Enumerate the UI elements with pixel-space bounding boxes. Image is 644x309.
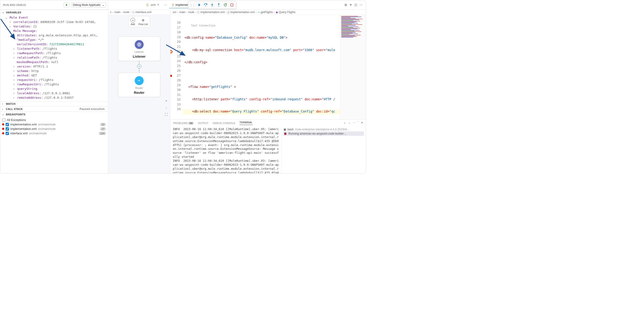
terminal-output[interactable]: INFO 2023-08-16 11:04:34,610 [[MuleRunti… bbox=[170, 126, 282, 173]
router-icon bbox=[135, 76, 144, 85]
debug-config-select[interactable]: Debug Mule Applicatic ⌄ bbox=[71, 2, 106, 7]
checkbox[interactable] bbox=[6, 123, 9, 126]
sidebar-header: RUN AND DEBUG Debug Mule Applicatic ⌄ bbox=[0, 0, 108, 9]
tree-node[interactable]: ›listenerPath: /flights bbox=[0, 46, 108, 51]
more-icon[interactable]: ⋯ bbox=[360, 3, 362, 6]
tree-node[interactable]: ›relativePath: /flights bbox=[0, 55, 108, 60]
minimap[interactable] bbox=[340, 15, 366, 119]
tree-node[interactable]: ›version: HTTP/1.1 bbox=[0, 64, 108, 69]
svg-point-1 bbox=[212, 6, 213, 6]
add-node-button[interactable]: + bbox=[137, 64, 141, 68]
editor-split: c› main› mule› ⟨⟩interface.xml +Add ⚙Flo… bbox=[108, 9, 366, 173]
split-icon[interactable]: ◫ bbox=[354, 3, 357, 6]
split-terminal-button[interactable]: ⌄ bbox=[348, 121, 350, 125]
editor-tab[interactable]: ⟨⟩.xml✕ bbox=[144, 2, 162, 8]
tree-node[interactable]: ›localAddress: /127.0.0.1:8081 bbox=[0, 91, 108, 95]
code-body[interactable]: 16 17 18 19 20 21 22 23 24 25 26 27 28 2… bbox=[170, 15, 366, 119]
sliders-icon: ⚙ bbox=[141, 18, 146, 22]
code-lines[interactable]: Test Connection <db:config name="Databas… bbox=[183, 15, 340, 119]
terminal-item[interactable]: ▣bash mule-enterprise-standalone-4.4.0-2… bbox=[284, 127, 364, 132]
flowlist-button[interactable]: ⚙Flow List bbox=[138, 18, 148, 25]
terminal-list: ▣bash mule-enterprise-standalone-4.4.0-2… bbox=[282, 126, 366, 173]
close-panel-button[interactable]: ✕ bbox=[361, 121, 363, 125]
globe-icon bbox=[135, 40, 144, 49]
code-editor: src› main› mule› ⟨⟩implementation.xml› {… bbox=[170, 9, 366, 173]
plus-icon: + bbox=[130, 18, 135, 22]
sidebar-title: RUN AND DEBUG bbox=[3, 3, 26, 6]
more-button[interactable]: ⋯ bbox=[353, 121, 355, 125]
codelens[interactable]: Test Connection bbox=[183, 24, 340, 28]
breakpoint-dot-icon bbox=[2, 132, 4, 134]
app-root: RUN AND DEBUG Debug Mule Applicatic ⌄ ⌄V… bbox=[0, 0, 366, 174]
checkbox[interactable] bbox=[2, 118, 6, 122]
terminal-item[interactable]: 🐞Running american-ws-anypoint-code-build… bbox=[284, 132, 364, 136]
flow-toolbar: +Add ⚙Flow List bbox=[128, 16, 150, 27]
start-debug-button[interactable] bbox=[64, 2, 70, 7]
gutter[interactable]: 16 17 18 19 20 21 22 23 24 25 26 27 28 2… bbox=[170, 15, 183, 119]
new-terminal-button[interactable]: ＋ bbox=[343, 121, 346, 125]
main-area: ⋮⋮ ⟨⟩.xml✕ ⋯ ⟨⟩implementation.xml✕ ⟨⟩int… bbox=[108, 0, 366, 173]
overflow-icon[interactable]: ⋯ bbox=[164, 3, 167, 6]
flow-breadcrumbs[interactable]: c› main› mule› ⟨⟩interface.xml bbox=[108, 9, 170, 15]
terminal-tab[interactable]: TERMINAL bbox=[240, 121, 253, 125]
tree-node[interactable]: ›rawRequestPath: /flights bbox=[0, 51, 108, 55]
output-tab[interactable]: OUTPUT bbox=[198, 122, 208, 124]
bottom-panel: PROBLEMS 14 OUTPUT DEBUG CONSOLE TERMINA… bbox=[170, 119, 366, 173]
problems-tab[interactable]: PROBLEMS 14 bbox=[173, 122, 194, 124]
breadcrumbs[interactable]: src› main› mule› ⟨⟩implementation.xml› {… bbox=[170, 9, 366, 15]
file-icon: ⟨⟩ bbox=[146, 3, 148, 6]
annotation-arrow-1 bbox=[0, 17, 26, 43]
file-icon: ⟨⟩ bbox=[172, 3, 174, 6]
debug-toolbar[interactable]: ⋮⋮ bbox=[188, 1, 236, 9]
shell-icon: ▣ bbox=[284, 128, 286, 131]
breakpoint-row[interactable]: implementation.xml src/main/mule27 bbox=[2, 127, 106, 131]
zoom-out-button[interactable]: － bbox=[165, 106, 168, 110]
checkbox[interactable] bbox=[6, 127, 9, 131]
watch-section[interactable]: ›WATCH bbox=[0, 101, 108, 106]
maximize-button[interactable]: ˆ bbox=[358, 121, 358, 125]
step-over-button[interactable] bbox=[203, 2, 208, 8]
svg-point-2 bbox=[218, 6, 219, 6]
step-out-button[interactable] bbox=[216, 2, 222, 8]
callstack-section[interactable]: ›CALL STACKPaused execution bbox=[0, 106, 108, 112]
tree-node[interactable]: ›queryString bbox=[0, 86, 108, 91]
tree-node[interactable]: maskedRequestPath: null bbox=[0, 60, 108, 64]
breakpoint-dot-icon bbox=[2, 128, 4, 130]
svg-rect-3 bbox=[231, 4, 233, 6]
tree-node[interactable]: ›scheme: http bbox=[0, 69, 108, 73]
chevron-down-icon: ⌄ bbox=[102, 3, 104, 6]
bug-icon: 🐞 bbox=[284, 132, 287, 135]
panel-tabs: PROBLEMS 14 OUTPUT DEBUG CONSOLE TERMINA… bbox=[170, 120, 366, 126]
editor-tabs: ⟨⟩.xml✕ ⋯ ⟨⟩implementation.xml✕ ⟨⟩interf… bbox=[108, 0, 366, 9]
breakpoint-row[interactable]: interface.xml src/main/mule124 bbox=[2, 131, 106, 135]
fullscreen-button[interactable]: ⛶ bbox=[165, 113, 168, 116]
flow-canvas[interactable]: c› main› mule› ⟨⟩interface.xml +Add ⚙Flo… bbox=[108, 9, 170, 173]
chevron-down-icon: ⌄ bbox=[2, 11, 5, 14]
zoom-in-button[interactable]: ＋ bbox=[165, 99, 168, 103]
restart-button[interactable] bbox=[222, 2, 228, 8]
annotation-arrow-2 bbox=[164, 42, 190, 59]
checkbox[interactable] bbox=[6, 132, 9, 135]
close-icon[interactable]: ✕ bbox=[157, 3, 159, 6]
tree-node[interactable]: ›requestUri: /flights bbox=[0, 78, 108, 82]
breakpoint-row[interactable]: implementation.xml src/main/mule22 bbox=[2, 122, 106, 127]
breakpoint-dot-icon bbox=[2, 123, 4, 125]
svg-point-0 bbox=[205, 6, 206, 6]
step-into-button[interactable] bbox=[209, 2, 215, 8]
tree-node[interactable]: ›remoteAddress: /127.0.0.1:51657 bbox=[0, 95, 108, 100]
continue-button[interactable] bbox=[196, 2, 202, 8]
flow-connector: + bbox=[139, 61, 140, 73]
debug-console-tab[interactable]: DEBUG CONSOLE bbox=[213, 122, 236, 124]
breakpoint-icon[interactable] bbox=[170, 75, 172, 77]
rocket-icon[interactable]: ✈ bbox=[350, 3, 352, 6]
tree-node[interactable]: ›rawRequestUri: /flights bbox=[0, 82, 108, 86]
flow-node-router[interactable]: Router Router bbox=[118, 73, 160, 97]
breakpoint-all-exceptions[interactable]: All Exceptions bbox=[2, 118, 106, 122]
flow-node-listener[interactable]: Listener Listener bbox=[118, 36, 160, 61]
breakpoints-section[interactable]: ⌄BREAKPOINTS All Exceptions implementati… bbox=[0, 112, 108, 136]
stop-button[interactable] bbox=[229, 2, 235, 8]
tree-node[interactable]: ›method: GET bbox=[0, 73, 108, 78]
hierarchy-icon[interactable]: ⊞ bbox=[344, 3, 347, 6]
drag-grip-icon[interactable]: ⋮⋮ bbox=[190, 3, 195, 7]
add-button[interactable]: +Add bbox=[130, 18, 135, 25]
